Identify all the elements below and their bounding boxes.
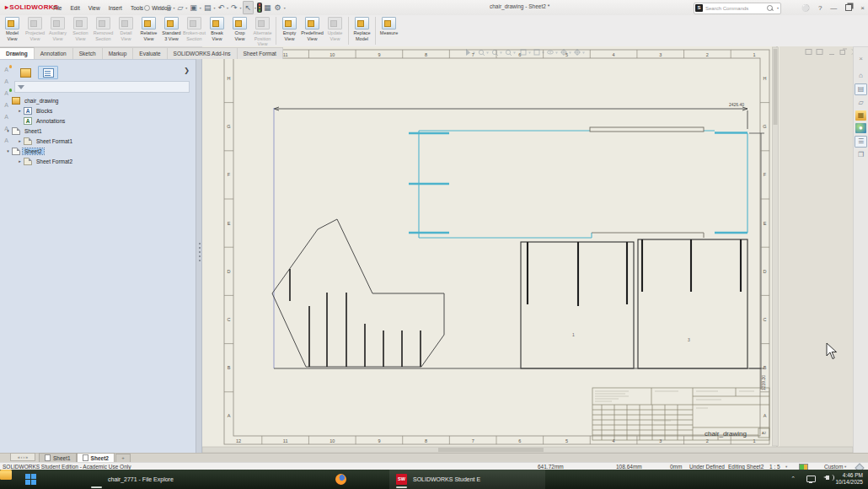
menu-file[interactable]: File xyxy=(49,5,66,11)
solidworks-taskbar-icon[interactable]: SW xyxy=(396,474,407,485)
drawing-canvas[interactable]: 2426.40 xyxy=(202,46,853,453)
pack-and-go-icon[interactable]: ❐ xyxy=(855,150,866,160)
search-box[interactable]: S Search Commands ▾ xyxy=(694,3,781,14)
new-document-caret-icon[interactable]: ▾ xyxy=(173,6,174,10)
model-view-button[interactable]: Model View xyxy=(1,17,24,41)
pin-icon[interactable] xyxy=(144,5,150,11)
settings-gear-icon[interactable]: ⚙ xyxy=(273,2,283,13)
sheet-tab-scroll-buttons[interactable]: «‹›» xyxy=(10,453,35,461)
splitter-grip[interactable] xyxy=(199,243,201,261)
custom-properties-icon[interactable]: ☰ xyxy=(855,136,867,148)
help-icon[interactable]: ? xyxy=(818,4,822,12)
firefox-taskbar-icon[interactable] xyxy=(335,474,346,485)
measure-button[interactable]: Measure xyxy=(378,17,400,36)
empty-view-button[interactable]: Empty View xyxy=(278,17,301,41)
tab-markup[interactable]: Markup xyxy=(103,47,134,59)
panel-expand-chevron-icon[interactable]: ❯ xyxy=(184,67,190,74)
tab-evaluate[interactable]: Evaluate xyxy=(133,47,167,59)
tab-solidworks-add-ins[interactable]: SOLIDWORKS Add-Ins xyxy=(168,47,238,59)
tree-right-arrow-icon[interactable]: ▸ xyxy=(17,159,23,164)
vertical-scrollbar[interactable] xyxy=(772,46,779,447)
display-pane-tab[interactable] xyxy=(38,66,58,79)
taskbar-clock[interactable]: 4:46 PM 10/14/2025 xyxy=(835,472,863,486)
tree-down-arrow-icon[interactable]: ▾ xyxy=(5,148,11,153)
minimize-button[interactable]: — xyxy=(830,4,837,12)
predefined-view-button[interactable]: Predefined View xyxy=(301,17,324,41)
crop-view-button[interactable]: Crop View xyxy=(228,17,251,41)
menu-edit[interactable]: Edit xyxy=(66,5,83,11)
vertical-scrollbar-thumb[interactable] xyxy=(774,49,778,125)
options-traffic-icon[interactable] xyxy=(257,3,262,13)
account-icon[interactable]: ⚪ xyxy=(801,4,810,12)
section-view-button[interactable]: Section View xyxy=(69,17,92,41)
alternate-position-view-button[interactable]: Alternate Position View xyxy=(251,17,274,47)
tab-sheet-format[interactable]: Sheet Format xyxy=(238,47,283,59)
update-view-button[interactable]: Update View xyxy=(324,17,346,41)
sheet-tab-sheet1[interactable]: Sheet1 xyxy=(39,453,77,462)
view-palette-icon[interactable]: ▦ xyxy=(855,110,866,121)
open-caret-icon[interactable]: ▾ xyxy=(185,6,187,10)
tree-item-sheet-format2[interactable]: ▸Sheet Format2 xyxy=(0,156,196,166)
break-view-button[interactable]: Break View xyxy=(206,17,228,41)
select-icon[interactable]: ↖ xyxy=(243,1,255,14)
panel-splitter[interactable] xyxy=(196,47,202,453)
search-caret-icon[interactable]: ▾ xyxy=(777,6,779,10)
tree-item-sheet1[interactable]: ▾Sheet1 xyxy=(0,126,196,136)
design-library-icon[interactable]: ▤ xyxy=(855,83,867,95)
auxiliary-view-button[interactable]: Auxiliary View xyxy=(46,17,69,41)
display-settings-icon[interactable]: ▦ xyxy=(262,2,273,13)
units-caret-icon[interactable]: ▾ xyxy=(844,465,846,469)
select-caret-icon[interactable]: ▾ xyxy=(255,6,256,10)
save-icon[interactable]: ▣ xyxy=(188,2,199,13)
speaker-tray-icon[interactable] xyxy=(826,476,829,480)
horizontal-scrollbar-thumb[interactable] xyxy=(438,448,544,452)
tab-annotation[interactable]: Annotation xyxy=(35,47,73,59)
print-caret-icon[interactable]: ▾ xyxy=(213,6,215,10)
home-icon[interactable]: ⌂ xyxy=(157,2,164,13)
tab-drawing[interactable]: Drawing xyxy=(0,47,35,59)
search-input[interactable]: Search Commands xyxy=(705,6,767,11)
settings-gear-caret-icon[interactable]: ▾ xyxy=(284,6,286,10)
removed-section-button[interactable]: Removed Section xyxy=(92,17,115,41)
menu-view[interactable]: View xyxy=(84,5,104,11)
tray-chevron-icon[interactable]: ⌃ xyxy=(790,476,796,482)
graphics-area[interactable]: 2426.40 xyxy=(202,46,853,453)
featuremanager-tab[interactable] xyxy=(15,66,35,79)
detail-view-button[interactable]: Detail View xyxy=(115,17,137,41)
file-explorer-taskbar-icon[interactable] xyxy=(0,470,12,480)
tree-item-blocks[interactable]: ▸ABlocks xyxy=(0,105,196,116)
save-caret-icon[interactable]: ▾ xyxy=(200,6,201,10)
solidworks-taskbar-label[interactable]: SOLIDWORKS Student E xyxy=(413,476,480,482)
restore-button[interactable] xyxy=(845,4,852,11)
status-sheet-scale[interactable]: 1 : 5 xyxy=(769,464,780,470)
standard-3-view-button[interactable]: Standard 3 View xyxy=(160,17,183,41)
relative-view-button[interactable]: Relative View xyxy=(137,17,160,41)
undo-icon[interactable]: ↶ xyxy=(216,2,226,13)
display-tray-icon[interactable] xyxy=(806,476,816,482)
tree-item-chair-drawing[interactable]: chair_drawing xyxy=(0,95,196,105)
appearances-icon[interactable]: ● xyxy=(855,123,866,133)
tree-right-arrow-icon[interactable]: ▸ xyxy=(17,108,23,113)
tab-sketch[interactable]: Sketch xyxy=(73,47,103,59)
redo-icon[interactable]: ↷ xyxy=(229,2,239,13)
file-explorer-icon[interactable]: ▱ xyxy=(855,98,866,108)
redo-caret-icon[interactable]: ▾ xyxy=(240,6,242,10)
tree-right-arrow-icon[interactable]: ▸ xyxy=(17,138,23,143)
letter-a-plain-icon[interactable]: A xyxy=(1,77,12,87)
undo-caret-icon[interactable]: ▾ xyxy=(227,6,228,10)
explorer-taskbar-label[interactable]: chair_2771 - File Explore xyxy=(108,476,174,482)
tree-down-arrow-icon[interactable]: ▾ xyxy=(5,128,11,133)
add-sheet-tab[interactable]: + xyxy=(115,454,131,462)
tree-filter-bar[interactable] xyxy=(14,81,190,93)
menu-insert[interactable]: Insert xyxy=(104,5,126,11)
tree-item-annotations[interactable]: AAnnotations xyxy=(0,116,196,126)
scale-caret-icon[interactable]: ▾ xyxy=(785,465,787,469)
solidworks-taskbar-group[interactable]: SW SOLIDWORKS Student E xyxy=(389,470,545,489)
letter-a-star-icon[interactable]: A xyxy=(1,65,12,75)
task-pane-close-icon[interactable]: × xyxy=(855,50,866,68)
home-resources-icon[interactable]: ⌂ xyxy=(855,71,866,81)
projected-view-button[interactable]: Projected View xyxy=(24,17,46,41)
start-button[interactable] xyxy=(25,474,36,485)
new-document-icon[interactable]: ▯ xyxy=(164,2,172,13)
sheet-tab-sheet2[interactable]: Sheet2 xyxy=(77,453,115,462)
